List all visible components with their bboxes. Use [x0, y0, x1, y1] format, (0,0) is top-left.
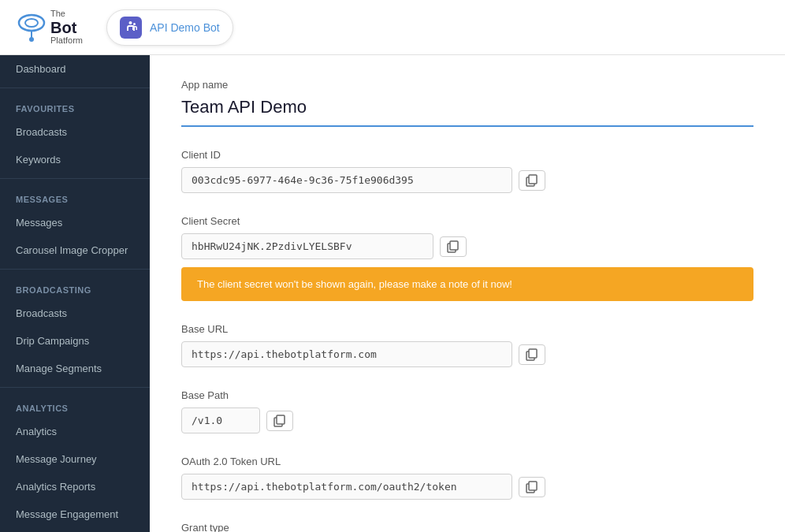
app-name-label: App name [181, 79, 753, 91]
client-id-value: 003cdc95-6977-464e-9c36-75f1e906d395 [192, 174, 414, 186]
sidebar-section-analytics: Analytics [0, 392, 150, 418]
svg-rect-10 [529, 349, 537, 358]
client-id-label: Client ID [181, 149, 753, 161]
logo-text: The Bot Platform [50, 9, 83, 45]
svg-rect-6 [529, 175, 537, 184]
base-url-group: Base URL https://api.thebotplatform.com [181, 323, 753, 367]
oauth-value: https://api.thebotplatform.com/oauth2/to… [192, 481, 457, 493]
sidebar-item-keywords[interactable]: Keywords [0, 146, 150, 173]
client-secret-warning: The client secret won't be shown again, … [181, 267, 753, 301]
oauth-box: https://api.thebotplatform.com/oauth2/to… [181, 474, 512, 500]
divider-3 [0, 269, 150, 270]
grant-type-label: Grant type [181, 522, 753, 532]
layout: Dashboard Favourites Broadcasts Keywords… [0, 55, 785, 532]
main-content: App name Team API Demo Client ID 003cdc9… [150, 55, 785, 532]
client-secret-label: Client Secret [181, 215, 753, 227]
svg-point-1 [25, 19, 38, 27]
base-path-label: Base Path [181, 389, 753, 401]
copy-oauth-button[interactable] [519, 477, 545, 497]
client-secret-value: hbHRwU24jNK.2PzdivLYELSBFv [192, 240, 352, 252]
header: The Bot Platform API Demo Bot [0, 0, 785, 55]
sidebar-item-message-engagement[interactable]: Message Engagement [0, 500, 150, 528]
copy-client-id-button[interactable] [519, 170, 545, 191]
sidebar-item-analytics-reports[interactable]: Analytics Reports [0, 473, 150, 500]
oauth-group: OAuth 2.0 Token URL https://api.thebotpl… [181, 456, 753, 500]
base-url-label: Base URL [181, 323, 753, 335]
sidebar-item-carousel-image-cropper[interactable]: Carousel Image Cropper [0, 236, 150, 264]
client-id-box: 003cdc95-6977-464e-9c36-75f1e906d395 [181, 167, 512, 193]
divider-2 [0, 178, 150, 179]
divider-1 [0, 87, 150, 88]
svg-point-0 [19, 15, 44, 31]
oauth-row: https://api.thebotplatform.com/oauth2/to… [181, 474, 753, 500]
base-url-row: https://api.thebotplatform.com [181, 341, 753, 367]
base-url-box: https://api.thebotplatform.com [181, 341, 512, 367]
svg-rect-14 [529, 482, 537, 490]
sidebar-item-manage-segments[interactable]: Manage Segments [0, 355, 150, 382]
sidebar-item-link-engagement[interactable]: Link Engagement [0, 528, 150, 532]
sidebar-item-message-journey[interactable]: Message Journey [0, 445, 150, 473]
svg-point-3 [29, 37, 34, 42]
client-id-group: Client ID 003cdc95-6977-464e-9c36-75f1e9… [181, 149, 753, 193]
teams-icon [120, 17, 142, 39]
copy-base-path-button[interactable] [266, 411, 293, 431]
sidebar-item-messages[interactable]: Messages [0, 209, 150, 236]
sidebar: Dashboard Favourites Broadcasts Keywords… [0, 55, 150, 532]
client-secret-row: hbHRwU24jNK.2PzdivLYELSBFv [181, 233, 753, 259]
svg-point-4 [133, 23, 136, 25]
sidebar-item-broadcasts-fav[interactable]: Broadcasts [0, 118, 150, 146]
client-secret-group: Client Secret hbHRwU24jNK.2PzdivLYELSBFv… [181, 215, 753, 301]
sidebar-item-drip-campaigns[interactable]: Drip Campaigns [0, 327, 150, 355]
logo-the: The [50, 9, 83, 19]
oauth-label: OAuth 2.0 Token URL [181, 456, 753, 467]
base-path-row: /v1.0 [181, 407, 753, 433]
base-path-group: Base Path /v1.0 [181, 389, 753, 433]
client-id-row: 003cdc95-6977-464e-9c36-75f1e906d395 [181, 167, 753, 193]
logo-bot: Bot [50, 20, 83, 35]
base-url-value: https://api.thebotplatform.com [192, 348, 377, 360]
sidebar-section-messages: Messages [0, 184, 150, 209]
base-path-box: /v1.0 [181, 407, 260, 433]
sidebar-section-broadcasting: Broadcasting [0, 274, 150, 299]
bot-selector[interactable]: API Demo Bot [106, 9, 233, 46]
sidebar-item-analytics[interactable]: Analytics [0, 418, 150, 445]
logo-platform: Platform [50, 35, 83, 46]
app-name-group: App name Team API Demo [181, 79, 753, 127]
client-secret-box: hbHRwU24jNK.2PzdivLYELSBFv [181, 233, 433, 259]
svg-rect-8 [450, 241, 458, 250]
sidebar-item-broadcasts[interactable]: Broadcasts [0, 299, 150, 327]
base-path-value: /v1.0 [192, 415, 222, 426]
grant-type-group: Grant type Client Credentials Authorizat… [181, 522, 753, 532]
copy-base-url-button[interactable] [519, 344, 545, 365]
copy-client-secret-button[interactable] [440, 236, 467, 257]
divider-4 [0, 387, 150, 388]
sidebar-item-dashboard[interactable]: Dashboard [0, 55, 150, 83]
logo: The Bot Platform [16, 9, 83, 45]
sidebar-section-favourites: Favourites [0, 93, 150, 118]
svg-rect-12 [277, 415, 285, 424]
logo-icon [16, 12, 47, 43]
bot-name: API Demo Bot [150, 21, 220, 34]
app-name-value: Team API Demo [181, 97, 753, 127]
